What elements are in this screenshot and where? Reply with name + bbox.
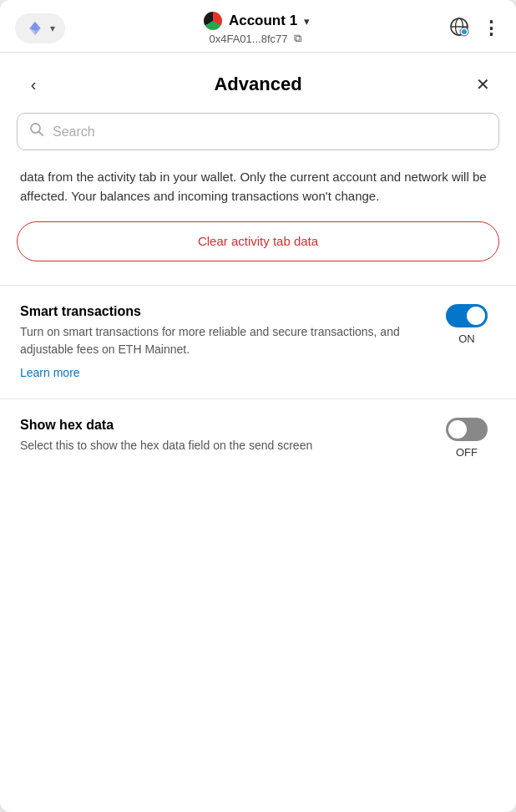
- search-icon: [29, 122, 44, 141]
- search-container: [17, 113, 499, 150]
- svg-point-7: [462, 29, 467, 34]
- account-chevron-icon: ▾: [304, 15, 310, 28]
- smart-transactions-desc: Turn on smart transactions for more reli…: [20, 323, 421, 358]
- page-title: Advanced: [214, 74, 301, 95]
- eth-icon: [25, 18, 45, 38]
- search-input[interactable]: [53, 124, 487, 140]
- activity-description: data from the activity tab in your walle…: [0, 164, 516, 221]
- copy-address-icon[interactable]: ⧉: [291, 32, 304, 45]
- wallet-container: ▾ Account 1 ▾ 0x4FA01...8fc77 ⧉: [0, 0, 516, 812]
- content-area: ‹ Advanced ✕ data from the activity tab …: [0, 53, 516, 812]
- account-avatar: [204, 12, 222, 30]
- smart-transactions-section: Smart transactions Turn on smart transac…: [0, 286, 516, 398]
- smart-transactions-toggle[interactable]: [446, 304, 488, 327]
- account-name-row[interactable]: Account 1 ▾: [204, 12, 310, 30]
- show-hex-data-title: Show hex data: [20, 418, 421, 433]
- network-selector[interactable]: ▾: [15, 13, 65, 43]
- top-bar: ▾ Account 1 ▾ 0x4FA01...8fc77 ⧉: [0, 0, 516, 53]
- more-options-icon[interactable]: ⋮: [482, 18, 501, 39]
- show-hex-data-toggle[interactable]: [446, 418, 488, 441]
- show-hex-data-info: Show hex data Select this to show the he…: [20, 418, 421, 461]
- smart-transactions-learn-more[interactable]: Learn more: [20, 366, 80, 379]
- smart-transactions-info: Smart transactions Turn on smart transac…: [20, 304, 421, 380]
- show-hex-data-desc: Select this to show the hex data field o…: [20, 437, 421, 454]
- top-bar-actions: ⋮: [448, 16, 501, 41]
- account-address-row: 0x4FA01...8fc77 ⧉: [210, 32, 305, 45]
- toggle-knob: [467, 307, 485, 325]
- show-hex-data-section: Show hex data Select this to show the he…: [0, 399, 516, 480]
- close-button[interactable]: ✕: [469, 71, 496, 98]
- show-hex-data-state: OFF: [456, 446, 478, 459]
- back-button[interactable]: ‹: [20, 71, 47, 98]
- network-chevron-icon: ▾: [50, 23, 55, 34]
- smart-transactions-toggle-right: ON: [438, 304, 496, 345]
- smart-transactions-state: ON: [458, 332, 475, 345]
- account-address-text: 0x4FA01...8fc77: [210, 33, 288, 45]
- account-name-label: Account 1: [229, 13, 297, 29]
- page-header: ‹ Advanced ✕: [0, 53, 516, 113]
- clear-button-label: Clear activity tab data: [198, 234, 318, 248]
- smart-transactions-title: Smart transactions: [20, 304, 421, 319]
- clear-activity-button[interactable]: Clear activity tab data: [17, 221, 499, 261]
- show-hex-data-toggle-right: OFF: [438, 418, 496, 459]
- toggle-knob-hex: [448, 420, 467, 439]
- svg-line-9: [39, 132, 43, 136]
- global-menu-icon[interactable]: [448, 16, 470, 41]
- account-info: Account 1 ▾ 0x4FA01...8fc77 ⧉: [204, 12, 310, 45]
